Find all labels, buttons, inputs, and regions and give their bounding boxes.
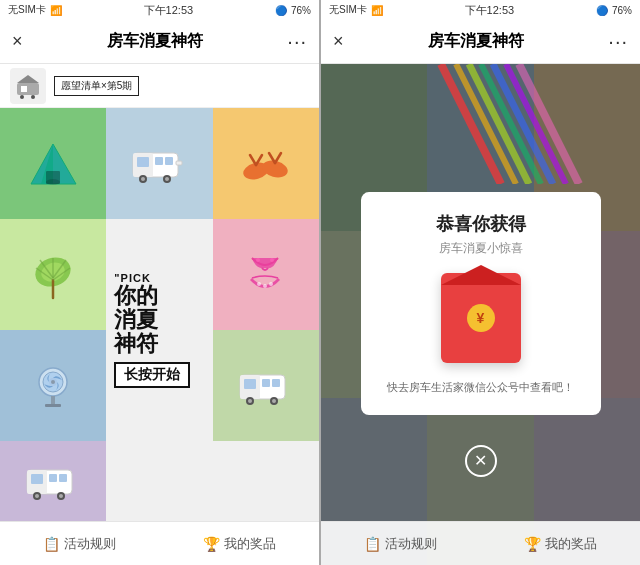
svg-point-52 xyxy=(272,399,276,403)
carrier-left: 无SIM卡 xyxy=(8,3,46,17)
svg-rect-13 xyxy=(165,157,173,165)
status-bar-left: 无SIM卡 📶 下午12:53 🔵 76% xyxy=(0,0,319,20)
trophy-icon-right: 🏆 xyxy=(524,536,541,552)
svg-rect-11 xyxy=(137,157,149,167)
logo-box-left xyxy=(10,68,46,104)
svg-rect-56 xyxy=(49,474,57,482)
svg-point-17 xyxy=(165,177,169,181)
page-title-right: 房车消夏神符 xyxy=(428,31,524,52)
prize-popup: 恭喜你获得 房车消夏小惊喜 ¥ 快去房车生活家微信公众号中查看吧！ xyxy=(361,192,601,416)
grid-cell-leaf-fan xyxy=(0,219,106,330)
right-phone: 无SIM卡 📶 下午12:53 🔵 76% × 房车消夏神符 ··· xyxy=(321,0,640,565)
svg-point-8 xyxy=(46,179,60,185)
rainbow-area xyxy=(321,64,640,184)
svg-rect-55 xyxy=(31,474,43,484)
header-strip-left: 愿望清单×第5期 xyxy=(0,64,319,108)
prizes-button-left[interactable]: 🏆 我的奖品 xyxy=(203,535,276,553)
svg-point-50 xyxy=(248,399,252,403)
svg-rect-18 xyxy=(176,161,182,165)
close-button-right[interactable]: × xyxy=(333,31,344,52)
rules-button-right[interactable]: 📋 活动规则 xyxy=(364,535,437,553)
svg-point-4 xyxy=(31,95,35,99)
more-button-left[interactable]: ··· xyxy=(287,30,307,53)
right-content: 恭喜你获得 房车消夏小惊喜 ¥ 快去房车生活家微信公众号中查看吧！ ✕ 📋 活动… xyxy=(321,64,640,565)
bottom-bar-right: 📋 活动规则 🏆 我的奖品 xyxy=(321,521,640,565)
more-button-right[interactable]: ··· xyxy=(608,30,628,53)
svg-line-21 xyxy=(250,155,256,165)
page-title-left: 房车消夏神符 xyxy=(107,31,203,52)
svg-marker-1 xyxy=(17,75,39,83)
svg-line-67 xyxy=(506,64,566,184)
svg-point-35 xyxy=(257,282,261,286)
status-left: 无SIM卡 📶 xyxy=(8,3,62,17)
left-phone: 无SIM卡 📶 下午12:53 🔵 76% × 房车消夏神符 ··· 愿望清单×… xyxy=(0,0,319,565)
battery-left: 76% xyxy=(291,5,311,16)
close-x-icon: ✕ xyxy=(474,453,487,469)
svg-rect-0 xyxy=(17,83,39,95)
status-bar-right: 无SIM卡 📶 下午12:53 🔵 76% xyxy=(321,0,640,20)
prize-title: 恭喜你获得 xyxy=(436,212,526,236)
red-envelope: ¥ xyxy=(441,273,521,363)
svg-line-24 xyxy=(275,153,281,163)
rules-icon-right: 📋 xyxy=(364,536,381,552)
grid-cell-tent xyxy=(0,108,106,219)
prize-desc: 快去房车生活家微信公众号中查看吧！ xyxy=(387,379,574,396)
battery-right: 76% xyxy=(612,5,632,16)
svg-point-59 xyxy=(35,494,39,498)
pick-text-cn: 你的消夏神符 xyxy=(114,284,158,357)
nav-bar-left: × 房车消夏神符 ··· xyxy=(0,20,319,64)
svg-point-3 xyxy=(20,95,24,99)
pick-text-en: "PICK xyxy=(114,272,151,284)
carrier-right: 无SIM卡 xyxy=(329,3,367,17)
svg-point-41 xyxy=(51,380,55,384)
time-left: 下午12:53 xyxy=(144,3,194,18)
rules-button-left[interactable]: 📋 活动规则 xyxy=(43,535,116,553)
svg-rect-57 xyxy=(59,474,67,482)
svg-point-15 xyxy=(141,177,145,181)
svg-rect-46 xyxy=(244,379,256,389)
svg-point-61 xyxy=(59,494,63,498)
grid-cell-bikini xyxy=(213,219,319,330)
svg-line-63 xyxy=(456,64,516,184)
grid-cell-rv1 xyxy=(106,108,212,219)
grid-cell-slippers xyxy=(213,108,319,219)
bottom-bar-left: 📋 活动规则 🏆 我的奖品 xyxy=(0,521,319,565)
wifi-icon-right: 📶 xyxy=(371,5,383,16)
status-right-right: 🔵 76% xyxy=(596,5,632,16)
svg-rect-12 xyxy=(155,157,163,165)
svg-rect-43 xyxy=(45,404,61,407)
grid-cell-electric-fan xyxy=(0,330,106,441)
svg-point-37 xyxy=(269,282,273,286)
status-right-left: 🔵 76% xyxy=(275,5,311,16)
svg-line-68 xyxy=(519,64,579,184)
svg-rect-42 xyxy=(51,396,55,404)
svg-point-33 xyxy=(256,258,260,262)
prizes-button-right[interactable]: 🏆 我的奖品 xyxy=(524,535,597,553)
wifi-icon: 📶 xyxy=(50,5,62,16)
svg-rect-2 xyxy=(21,86,27,92)
wish-tag: 愿望清单×第5期 xyxy=(54,76,139,96)
svg-rect-48 xyxy=(272,379,280,387)
svg-point-36 xyxy=(263,284,267,288)
grid-cell-rv2 xyxy=(213,330,319,441)
grid-cell-rv3 xyxy=(0,441,106,521)
status-left-right: 无SIM卡 📶 xyxy=(329,3,383,17)
prize-subtitle: 房车消夏小惊喜 xyxy=(439,240,523,257)
svg-rect-47 xyxy=(262,379,270,387)
trophy-icon-left: 🏆 xyxy=(203,536,220,552)
time-right: 下午12:53 xyxy=(465,3,515,18)
long-press-button[interactable]: 长按开始 xyxy=(114,362,190,388)
grid-cell-text: "PICK 你的消夏神符 长按开始 xyxy=(106,219,212,441)
popup-close-button[interactable]: ✕ xyxy=(465,445,497,477)
bluetooth-icon-left: 🔵 xyxy=(275,5,287,16)
close-button-left[interactable]: × xyxy=(12,31,23,52)
bluetooth-icon-right: 🔵 xyxy=(596,5,608,16)
main-grid: "PICK 你的消夏神符 长按开始 xyxy=(0,108,319,521)
envelope-symbol: ¥ xyxy=(467,304,495,332)
nav-bar-right: × 房车消夏神符 ··· xyxy=(321,20,640,64)
svg-point-34 xyxy=(270,258,274,262)
rules-icon-left: 📋 xyxy=(43,536,60,552)
